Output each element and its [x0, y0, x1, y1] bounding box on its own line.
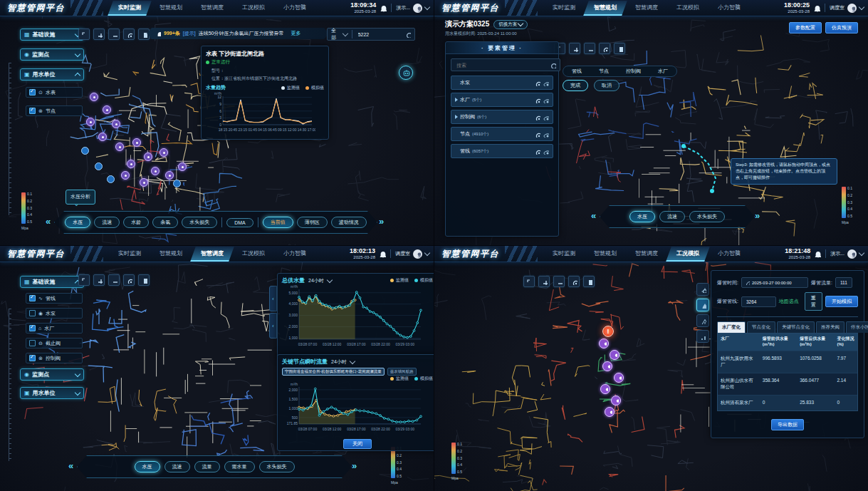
- monitor-point-marker[interactable]: [98, 133, 107, 141]
- nav-tab[interactable]: 小力智脑: [708, 0, 750, 16]
- monitor-point-marker[interactable]: [160, 148, 168, 157]
- checkbox[interactable]: [29, 355, 36, 361]
- range-select[interactable]: 24小时: [308, 277, 324, 284]
- value-mode-button[interactable]: 波动情况: [331, 217, 367, 228]
- nav-tab[interactable]: 智慧调度: [626, 0, 667, 16]
- burst-pipe-input[interactable]: [745, 299, 773, 305]
- nav-tab[interactable]: 实时监测: [543, 246, 585, 262]
- layer-button[interactable]: 水头损失: [689, 211, 725, 222]
- eye-icon[interactable]: [543, 97, 549, 103]
- nav-tab[interactable]: 智慧调度: [192, 246, 233, 262]
- nav-tab[interactable]: 工况模拟: [667, 246, 708, 262]
- layer-button[interactable]: 水压: [135, 461, 160, 472]
- layer-item[interactable]: ⊖ 截止阀: [26, 338, 83, 348]
- layer-item[interactable]: ◉ 水泵: [26, 308, 83, 319]
- alert-more-link[interactable]: 更多: [291, 30, 300, 37]
- legend-button[interactable]: [614, 43, 625, 54]
- node-tab[interactable]: 益农镇民航路: [387, 368, 417, 376]
- zoom-in-button[interactable]: [569, 43, 580, 54]
- fullscreen-button[interactable]: [78, 29, 90, 40]
- result-tab[interactable]: 水厂变化: [717, 321, 746, 333]
- zoom-out-button[interactable]: [584, 43, 595, 54]
- zoom-out-button[interactable]: [553, 276, 565, 287]
- avatar[interactable]: [413, 249, 422, 259]
- analysis-tool-button[interactable]: [696, 330, 709, 343]
- panel-collapse-handle[interactable]: ‹: [269, 313, 277, 338]
- close-button[interactable]: 关闭: [343, 439, 372, 449]
- monitor-point-marker[interactable]: [127, 160, 135, 168]
- monitor-point-marker[interactable]: [165, 171, 174, 180]
- search-icon[interactable]: [550, 62, 556, 68]
- sidebar-group-infrastructure[interactable]: ▦ 基础设施: [20, 276, 84, 288]
- dma-button[interactable]: DMA: [226, 218, 253, 227]
- element-type-tab[interactable]: 节点: [590, 66, 617, 76]
- nav-tab[interactable]: 智慧规划: [150, 0, 192, 16]
- robot-assistant-button[interactable]: [399, 66, 413, 80]
- layer-button[interactable]: 水龄: [123, 217, 149, 228]
- layer-button[interactable]: 水头损失: [182, 217, 217, 228]
- layer-button[interactable]: 流速: [164, 461, 190, 472]
- monitor-point-marker[interactable]: [103, 105, 111, 114]
- fullscreen-button[interactable]: [523, 276, 535, 287]
- burst-flow-field[interactable]: [835, 277, 852, 288]
- search-input[interactable]: [357, 31, 402, 38]
- layer-button[interactable]: 流速: [659, 211, 685, 222]
- affected-user-marker[interactable]: [602, 361, 612, 371]
- element-list-item[interactable]: 水泵: [451, 76, 553, 90]
- node-tab-active[interactable]: 宁围街道金福里会所-杭创俱乐部延寿巷口-花苑观澜流量: [282, 368, 385, 376]
- checkbox[interactable]: [29, 108, 36, 114]
- affected-user-marker[interactable]: [599, 338, 609, 348]
- cancel-button[interactable]: 取消: [594, 80, 619, 91]
- element-search-input[interactable]: [455, 62, 547, 68]
- chevron-down-icon[interactable]: [327, 276, 333, 282]
- arrow-left-icon[interactable]: «: [68, 455, 73, 477]
- checkbox[interactable]: [29, 89, 36, 95]
- burst-pipe-field[interactable]: [741, 296, 776, 307]
- start-simulation-button[interactable]: 开始模拟: [825, 296, 858, 307]
- affected-user-marker[interactable]: [610, 350, 619, 360]
- layer-button[interactable]: 水头损失: [259, 461, 295, 472]
- locate-button[interactable]: [599, 43, 610, 54]
- locate-icon[interactable]: [534, 131, 540, 138]
- chevron-down-icon[interactable]: [424, 250, 430, 256]
- monitor-point-marker[interactable]: [115, 143, 124, 151]
- arrow-right-icon[interactable]: »: [755, 205, 760, 227]
- monitor-point-marker[interactable]: [144, 153, 152, 161]
- value-mode-button[interactable]: 薄弱区: [297, 217, 328, 228]
- zoom-out-button[interactable]: [108, 274, 120, 286]
- nav-tab[interactable]: 小力智脑: [708, 246, 750, 262]
- nav-tab[interactable]: 小力智脑: [274, 246, 315, 262]
- meter-marker[interactable]: [173, 180, 181, 187]
- element-list-item[interactable]: 管线 (6057个): [451, 144, 553, 158]
- burst-flow-input[interactable]: [839, 279, 849, 286]
- burst-time-field[interactable]: 2025-03-27 00:00:00: [741, 277, 808, 288]
- layer-item[interactable]: ⊗ 控制阀: [26, 353, 83, 363]
- layer-item-node[interactable]: ⊗ 节点: [26, 105, 83, 116]
- chevron-down-icon[interactable]: [350, 358, 355, 363]
- element-type-tab[interactable]: 管线: [563, 66, 590, 76]
- pollution-tool-button[interactable]: [696, 283, 709, 296]
- arrow-right-icon[interactable]: »: [352, 455, 357, 477]
- affected-user-marker[interactable]: [611, 396, 621, 405]
- nav-tab[interactable]: 智慧规划: [150, 246, 192, 262]
- legend-button[interactable]: [138, 274, 150, 286]
- alert-banner[interactable]: 999+条 [提示] 连续50分钟压力余氯出厂压力报警异常 更多: [147, 28, 329, 39]
- monitor-point-marker[interactable]: [140, 178, 148, 187]
- eye-icon[interactable]: [543, 114, 549, 120]
- zoom-in-button[interactable]: [93, 29, 105, 40]
- bell-icon[interactable]: [812, 4, 820, 12]
- nav-tab[interactable]: 工况模拟: [233, 246, 274, 262]
- table-row[interactable]: 杭州萧山供水有限公司 358.364 366.0477 2.14: [718, 373, 857, 395]
- simulation-preview-button[interactable]: 仿真预演: [825, 22, 858, 33]
- burst-point-marker[interactable]: !: [602, 326, 614, 337]
- locate-icon[interactable]: [534, 148, 540, 155]
- result-tab[interactable]: 节点变化: [747, 321, 775, 333]
- element-list-item[interactable]: 控制阀 (6个): [451, 110, 553, 124]
- chevron-down-icon[interactable]: [859, 250, 864, 256]
- done-button[interactable]: 完成: [563, 80, 588, 91]
- nav-tab[interactable]: 智慧规划: [585, 0, 626, 16]
- layer-item-water-meter[interactable]: ⊙ 水表: [26, 87, 83, 98]
- layer-button[interactable]: 流速: [94, 217, 120, 228]
- element-list-item[interactable]: 节点 (4910个): [451, 127, 553, 141]
- nav-tab[interactable]: 工况模拟: [233, 0, 274, 16]
